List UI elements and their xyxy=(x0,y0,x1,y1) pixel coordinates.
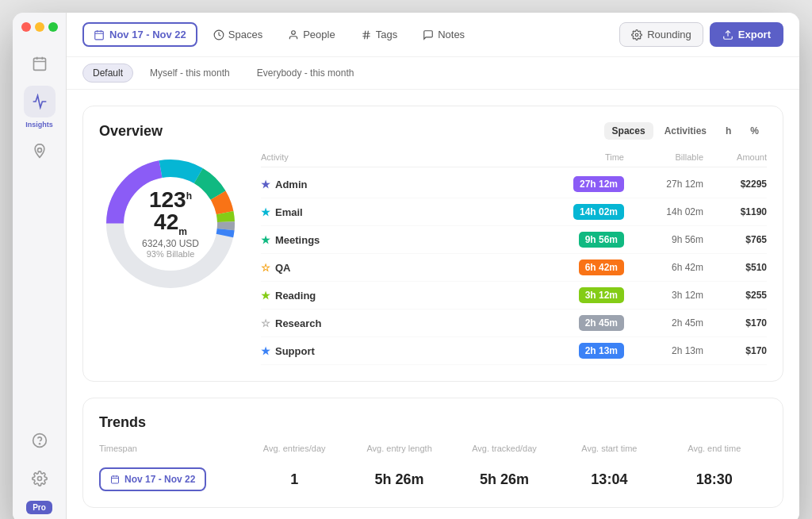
tab-percent[interactable]: % xyxy=(742,122,767,140)
table-row: ★ Admin 27h 12m 27h 12m $2295 xyxy=(261,171,767,198)
sidebar-item-insights[interactable] xyxy=(24,86,56,117)
person-icon xyxy=(288,29,299,40)
donut-billable: 93% Billable xyxy=(135,249,206,259)
svg-point-18 xyxy=(635,33,638,37)
activity-label: QA xyxy=(275,262,291,274)
filter-everybody[interactable]: Everybody - this month xyxy=(247,63,365,83)
sidebar-item-location[interactable] xyxy=(24,135,56,167)
close-button[interactable] xyxy=(21,22,31,32)
svg-rect-28 xyxy=(112,476,119,483)
overview-title: Overview xyxy=(99,123,163,140)
svg-line-17 xyxy=(367,30,368,39)
filter-myself[interactable]: Myself - this month xyxy=(140,63,240,83)
amount-val-cell: $765 xyxy=(703,234,767,245)
time-badge-cell: 9h 56m xyxy=(529,232,624,248)
activity-name-cell: ★ Meetings xyxy=(261,234,529,246)
clock-icon xyxy=(213,29,224,40)
trends-col-start: Avg. start time xyxy=(557,444,661,453)
trends-col-tracked: Avg. tracked/day xyxy=(452,444,557,453)
table-row: ★ Meetings 9h 56m 9h 56m $765 xyxy=(261,226,767,254)
main-content: Nov 17 - Nov 22 Spaces People Tags Notes xyxy=(67,13,799,519)
trends-header: Trends xyxy=(99,414,767,431)
star-icon: ★ xyxy=(261,290,270,302)
table-row: ★ Reading 3h 12m 3h 12m $255 xyxy=(261,282,767,309)
people-label: People xyxy=(303,29,335,40)
svg-line-16 xyxy=(364,30,365,39)
calendar-small-icon xyxy=(110,475,120,484)
svg-point-7 xyxy=(37,477,41,481)
activity-label: Reading xyxy=(275,290,316,302)
trends-avg-entry-len: 5h 26m xyxy=(347,471,451,488)
trends-avg-tracked: 5h 26m xyxy=(452,471,557,488)
overview-header: Overview Spaces Activities h % xyxy=(99,122,767,140)
activity-name-cell: ☆ Research xyxy=(261,317,529,329)
tags-nav-button[interactable]: Tags xyxy=(351,24,407,45)
minimize-button[interactable] xyxy=(35,22,44,32)
gear-icon xyxy=(631,29,642,40)
sidebar-bottom: Pro xyxy=(24,425,56,514)
sidebar-item-help[interactable] xyxy=(24,425,56,456)
rounding-button[interactable]: Rounding xyxy=(619,22,703,47)
amount-val-cell: $510 xyxy=(703,262,767,273)
tab-spaces[interactable]: Spaces xyxy=(604,122,653,140)
time-badge-cell: 2h 13m xyxy=(529,343,624,359)
chat-icon xyxy=(423,29,434,40)
svg-rect-8 xyxy=(95,31,104,40)
calendar-icon xyxy=(94,29,105,40)
tab-h[interactable]: h xyxy=(718,122,739,140)
trends-date-button[interactable]: Nov 17 - Nov 22 xyxy=(99,467,206,491)
trends-col-timespan: Timespan xyxy=(99,444,242,453)
donut-chart: 123h 42m 6324,30 USD 93% Billable xyxy=(99,152,242,295)
donut-hours: 123h 42m xyxy=(135,189,206,236)
time-pill: 9h 56m xyxy=(579,232,624,248)
amount-val-cell: $2295 xyxy=(703,179,767,190)
svg-point-13 xyxy=(292,30,296,34)
billable-val-cell: 6h 42m xyxy=(624,262,703,273)
app-window: Insights Pro Nov 17 - Nov 22 Spaces xyxy=(13,13,799,519)
people-nav-button[interactable]: People xyxy=(278,24,344,45)
export-button[interactable]: Export xyxy=(710,22,783,47)
topbar-right: Rounding Export xyxy=(619,22,783,47)
billable-val-cell: 14h 02m xyxy=(624,206,703,217)
tab-activities[interactable]: Activities xyxy=(657,122,714,140)
maximize-button[interactable] xyxy=(48,22,58,32)
donut-usd: 6324,30 USD xyxy=(135,238,206,249)
trends-table: Timespan Avg. entries/day Avg. entry len… xyxy=(99,444,767,491)
export-label: Export xyxy=(738,29,771,40)
activity-label: Meetings xyxy=(275,234,320,246)
donut-center: 123h 42m 6324,30 USD 93% Billable xyxy=(135,189,206,259)
time-pill: 27h 12m xyxy=(573,176,624,192)
sidebar-insights-label: Insights xyxy=(25,121,53,129)
sidebar-item-calendar[interactable] xyxy=(24,48,56,79)
rounding-label: Rounding xyxy=(647,29,691,40)
traffic-lights xyxy=(18,22,61,32)
sidebar: Insights Pro xyxy=(13,13,67,519)
activity-label: Research xyxy=(275,317,322,329)
overview-card: Overview Spaces Activities h % xyxy=(82,106,783,382)
view-tabs: Spaces Activities h % xyxy=(604,122,767,140)
sidebar-item-settings[interactable] xyxy=(24,463,56,494)
trends-date-cell: Nov 17 - Nov 22 xyxy=(99,467,242,491)
filter-default[interactable]: Default xyxy=(82,63,133,83)
spaces-nav-button[interactable]: Spaces xyxy=(204,24,272,45)
trends-col-entry-len: Avg. entry length xyxy=(347,444,451,453)
trends-col-headers: Timespan Avg. entries/day Avg. entry len… xyxy=(99,444,767,459)
trends-avg-end: 18:30 xyxy=(662,471,767,488)
trends-card: Trends Timespan Avg. entries/day Avg. en… xyxy=(82,398,783,508)
activity-rows: ★ Admin 27h 12m 27h 12m $2295 ★ Email 14… xyxy=(261,171,767,365)
amount-val-cell: $255 xyxy=(703,290,767,301)
date-range-button[interactable]: Nov 17 - Nov 22 xyxy=(82,22,197,47)
notes-nav-button[interactable]: Notes xyxy=(413,24,474,45)
trends-col-entries: Avg. entries/day xyxy=(242,444,347,453)
activity-name-cell: ★ Support xyxy=(261,345,529,357)
trends-title: Trends xyxy=(99,414,146,431)
activity-label: Email xyxy=(275,206,303,218)
table-header: Activity Time Billable Amount xyxy=(261,152,767,167)
hash-icon xyxy=(361,29,372,40)
pro-badge[interactable]: Pro xyxy=(26,501,52,514)
trends-date-label: Nov 17 - Nov 22 xyxy=(124,474,195,485)
trends-data-row: Nov 17 - Nov 22 1 5h 26m 5h 26m 13:04 18… xyxy=(99,459,767,491)
date-range-label: Nov 17 - Nov 22 xyxy=(109,29,186,40)
activity-name-cell: ★ Email xyxy=(261,206,529,218)
time-pill: 3h 12m xyxy=(579,287,624,303)
